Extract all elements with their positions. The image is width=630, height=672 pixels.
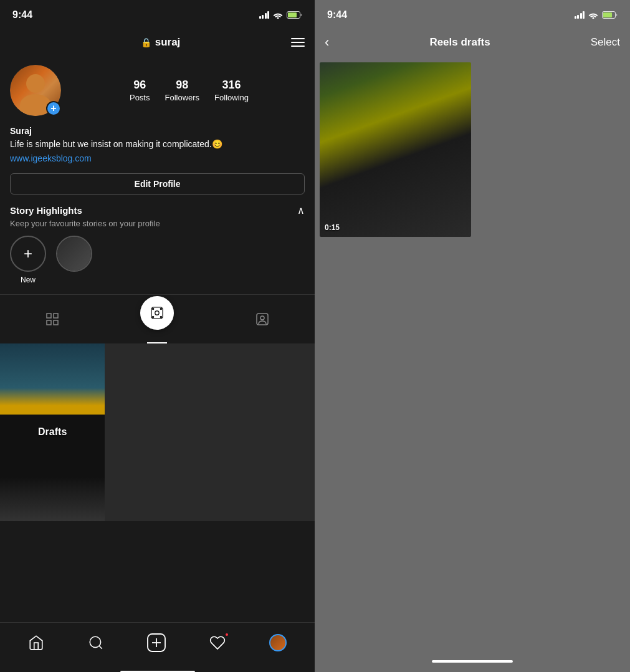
wifi-icon-left (273, 11, 283, 19)
posts-label: Posts (130, 93, 150, 102)
content-grid: Drafts (0, 343, 315, 622)
profile-nav-title: 🔒 suraj (141, 36, 181, 49)
svg-point-7 (155, 310, 159, 314)
back-button[interactable]: ‹ (325, 34, 329, 50)
heart-icon (209, 635, 226, 651)
nav-profile-button[interactable] (269, 634, 287, 651)
profile-section: + 96 Posts 98 Followers 316 Following (0, 57, 315, 123)
reel-thumbnail (320, 62, 471, 237)
draft-label: Drafts (38, 426, 67, 438)
highlights-title: Story Highlights (10, 205, 82, 216)
empty-reel-cell-2 (210, 343, 315, 521)
reel-draft-card[interactable]: 0:15 (320, 62, 471, 237)
edit-profile-button[interactable]: Edit Profile (10, 173, 305, 194)
svg-point-11 (161, 316, 162, 317)
tab-grid[interactable] (0, 295, 105, 343)
svg-point-8 (153, 308, 154, 309)
signal-icon-left (259, 11, 270, 19)
svg-point-13 (260, 316, 264, 320)
signal-icon-right (575, 11, 585, 19)
highlights-subtitle: Keep your favourite stories on your prof… (10, 219, 305, 228)
tab-tagged[interactable] (210, 295, 315, 343)
svg-rect-3 (54, 314, 58, 318)
following-stat[interactable]: 316 Following (214, 79, 249, 102)
followers-label: Followers (165, 93, 199, 102)
avatar-container[interactable]: + (10, 65, 61, 116)
lock-icon: 🔒 (141, 37, 151, 47)
nav-username: suraj (155, 36, 181, 49)
svg-point-10 (153, 316, 154, 317)
search-icon (88, 635, 104, 651)
status-time-right: 9:44 (327, 9, 347, 21)
right-content-area: 0:15 (315, 57, 630, 651)
svg-rect-1 (288, 12, 297, 17)
home-icon (28, 635, 44, 651)
status-time-left: 9:44 (12, 9, 32, 21)
person-icon (255, 312, 270, 327)
left-panel: 9:44 🔒 suraj (0, 0, 315, 672)
posts-count: 96 (133, 79, 146, 92)
svg-rect-5 (54, 320, 58, 325)
top-nav-right: ‹ Reels drafts Select (315, 27, 630, 57)
status-icons-left (259, 11, 303, 19)
profile-tabs (0, 294, 315, 343)
status-bar-left: 9:44 (0, 0, 315, 27)
empty-reel-cell (105, 343, 209, 521)
reels-icon (150, 306, 164, 320)
activity-notification-dot (226, 633, 228, 636)
add-highlight-circle: + (10, 236, 46, 272)
add-highlight-button[interactable]: + New (10, 236, 46, 284)
svg-point-9 (161, 308, 162, 309)
nav-profile-avatar (269, 634, 287, 651)
plus-icon (147, 633, 166, 652)
home-indicator-right (432, 660, 513, 663)
followers-stat[interactable]: 98 Followers (165, 79, 199, 102)
highlights-header: Story Highlights ∧ (10, 204, 305, 216)
svg-point-14 (90, 636, 100, 647)
nav-activity-button[interactable] (209, 635, 226, 651)
add-highlight-label: New (21, 276, 36, 284)
chevron-up-icon[interactable]: ∧ (297, 204, 305, 216)
select-button[interactable]: Select (591, 36, 620, 49)
stats-container: 96 Posts 98 Followers 316 Following (74, 79, 305, 102)
following-count: 316 (222, 79, 241, 92)
status-bar-right: 9:44 (315, 0, 630, 27)
story-highlights-section: Story Highlights ∧ Keep your favourite s… (0, 199, 315, 289)
home-indicator-right-container (315, 651, 630, 672)
battery-icon-left (287, 11, 302, 19)
add-story-button[interactable]: + (46, 101, 61, 116)
reel-duration: 0:15 (325, 223, 340, 232)
reels-drafts-title: Reels drafts (429, 36, 490, 49)
wifi-icon-right (588, 11, 598, 19)
followers-count: 98 (176, 79, 188, 92)
status-icons-right (575, 11, 618, 19)
nav-create-button[interactable] (147, 633, 166, 652)
draft-reel-cell[interactable]: Drafts (0, 343, 105, 521)
bio-name: Suraj (10, 126, 305, 136)
svg-line-15 (99, 646, 102, 649)
highlight-preview-1 (56, 236, 92, 272)
bio-link[interactable]: www.igeeksblog.com (10, 153, 305, 163)
nav-home-button[interactable] (28, 635, 44, 651)
bio-section: Suraj Life is simple but we insist on ma… (0, 123, 315, 168)
top-nav-left: 🔒 suraj (0, 27, 315, 57)
bottom-nav (0, 622, 315, 672)
nav-search-button[interactable] (88, 635, 104, 651)
battery-icon-right (602, 11, 618, 19)
grid-icon (45, 312, 60, 327)
hamburger-menu-button[interactable] (291, 38, 305, 47)
svg-rect-4 (47, 320, 51, 325)
tab-reels[interactable] (105, 295, 209, 343)
following-label: Following (214, 93, 249, 102)
right-panel: 9:44 ‹ Reels drafts Select (315, 0, 630, 672)
bio-text: Life is simple but we insist on making i… (10, 138, 305, 151)
svg-rect-20 (603, 12, 612, 17)
reels-tab-circle (140, 296, 174, 330)
highlights-row: + New (10, 236, 305, 284)
highlight-item-1[interactable] (56, 236, 92, 284)
posts-stat[interactable]: 96 Posts (130, 79, 150, 102)
svg-rect-2 (47, 314, 51, 318)
grid-row-1: Drafts (0, 343, 315, 521)
